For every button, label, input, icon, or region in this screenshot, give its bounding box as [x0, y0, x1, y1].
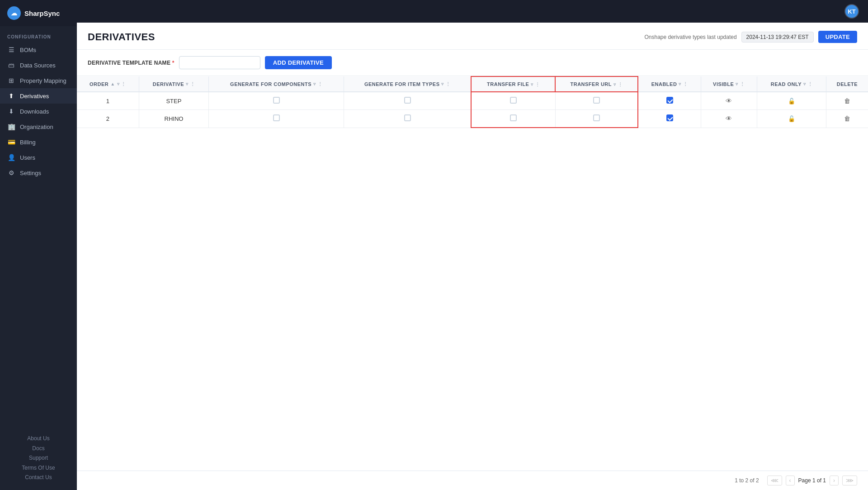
transfer-file-row0-checkbox[interactable] — [510, 97, 517, 104]
cell-visible: 👁 — [701, 92, 757, 110]
cell-derivative: STEP — [139, 92, 208, 110]
col-header-transfer-url: TRANSFER URL ▿ ⋮ — [555, 76, 638, 92]
sidebar-label-derivatives: Derivatives — [20, 93, 49, 100]
user-avatar[interactable]: KT — [844, 4, 859, 19]
transfer-file-menu-icon[interactable]: ⋮ — [535, 82, 540, 87]
enabled-row0-checkbox[interactable] — [666, 97, 673, 104]
billing-icon: 💳 — [7, 138, 15, 146]
contact-link[interactable]: Contact Us — [7, 473, 70, 483]
sidebar-item-billing[interactable]: 💳 Billing — [0, 134, 77, 150]
add-derivative-button[interactable]: ADD DERIVATIVE — [265, 56, 332, 69]
cell-transfer-url — [555, 92, 638, 110]
sidebar-header: ☁ SharpSync — [0, 0, 77, 26]
cell-delete: 🗑 — [826, 110, 868, 128]
sidebar-label-downloads: Downloads — [20, 108, 49, 115]
sidebar-item-data-sources[interactable]: 🗃 Data Sources — [0, 57, 77, 73]
sidebar-item-derivatives[interactable]: ⬆ Derivatives — [0, 88, 77, 104]
cell-derivative: RHINO — [139, 110, 208, 128]
sidebar-footer: About Us Docs Support Terms Of Use Conta… — [0, 427, 77, 490]
update-button[interactable]: UPDATE — [818, 31, 857, 43]
table-row: 2 RHINO 👁 🔓 🗑 — [77, 110, 868, 128]
gen-item-filter-icon[interactable]: ▿ — [441, 81, 444, 86]
gen-item-types-row1-checkbox[interactable] — [404, 114, 411, 121]
lock-icon[interactable]: 🔓 — [788, 115, 795, 122]
sidebar-label-organization: Organization — [20, 124, 53, 130]
col-header-enabled: ENABLED ▿ ⋮ — [638, 76, 701, 92]
readonly-menu-icon[interactable]: ⋮ — [808, 81, 813, 86]
col-header-read-only: READ ONLY ▿ ⋮ — [757, 76, 826, 92]
sidebar-item-boms[interactable]: ☰ BOMs — [0, 42, 77, 57]
col-header-transfer-file: TRANSFER FILE ▿ ⋮ — [471, 76, 555, 92]
support-link[interactable]: Support — [7, 453, 70, 463]
gen-item-menu-icon[interactable]: ⋮ — [446, 81, 451, 86]
app-name: SharpSync — [24, 10, 60, 17]
next-page-btn[interactable]: › — [830, 476, 839, 485]
derivative-menu-icon[interactable]: ⋮ — [190, 81, 195, 86]
sidebar-item-organization[interactable]: 🏢 Organization — [0, 119, 77, 134]
col-header-order: ORDER ▲ ▿ ⋮ — [77, 76, 139, 92]
cell-transfer-file — [471, 92, 555, 110]
eye-icon[interactable]: 👁 — [726, 115, 732, 122]
visible-menu-icon[interactable]: ⋮ — [740, 81, 745, 86]
sidebar-item-settings[interactable]: ⚙ Settings — [0, 165, 77, 181]
derivatives-table: ORDER ▲ ▿ ⋮ DERIVATIVE ▿ ⋮ — [77, 76, 868, 128]
transfer-file-row1-checkbox[interactable] — [510, 114, 517, 121]
transfer-url-filter-icon[interactable]: ▿ — [613, 82, 616, 87]
sidebar-item-users[interactable]: 👤 Users — [0, 150, 77, 165]
cell-delete: 🗑 — [826, 92, 868, 110]
col-header-generate-components: GENERATE FOR COMPONENTS ▿ ⋮ — [209, 76, 344, 92]
gen-components-row0-checkbox[interactable] — [273, 97, 280, 104]
visible-filter-icon[interactable]: ▿ — [736, 81, 738, 86]
cell-order: 2 — [77, 110, 139, 128]
sidebar-section-label: CONFIGURATION — [0, 26, 77, 42]
eye-icon[interactable]: 👁 — [726, 97, 732, 105]
downloads-icon: ⬇ — [7, 108, 15, 115]
sidebar-item-property-mapping[interactable]: ⊞ Property Mapping — [0, 73, 77, 88]
sidebar-label-data-sources: Data Sources — [20, 62, 56, 69]
table-header-row: ORDER ▲ ▿ ⋮ DERIVATIVE ▿ ⋮ — [77, 76, 868, 92]
col-header-generate-item-types: GENERATE FOR ITEM TYPES ▿ ⋮ — [344, 76, 472, 92]
lock-icon[interactable]: 🔓 — [788, 98, 795, 105]
terms-link[interactable]: Terms Of Use — [7, 463, 70, 473]
property-mapping-icon: ⊞ — [7, 77, 15, 84]
gen-components-row1-checkbox[interactable] — [273, 114, 280, 121]
transfer-url-row1-checkbox[interactable] — [593, 114, 600, 121]
cell-generate-item-types — [344, 92, 472, 110]
order-menu-icon[interactable]: ⋮ — [121, 81, 126, 86]
trash-icon[interactable]: 🗑 — [844, 115, 850, 122]
sidebar: ☁ SharpSync CONFIGURATION ☰ BOMs 🗃 Data … — [0, 0, 77, 490]
first-page-btn[interactable]: ⋘ — [767, 476, 782, 485]
readonly-filter-icon[interactable]: ▿ — [803, 81, 806, 86]
prev-page-btn[interactable]: ‹ — [786, 476, 795, 485]
gen-comp-filter-icon[interactable]: ▿ — [313, 81, 316, 86]
transfer-url-row0-checkbox[interactable] — [593, 97, 600, 104]
about-link[interactable]: About Us — [7, 434, 70, 444]
last-updated-value: 2024-11-13 19:29:47 EST — [741, 32, 814, 43]
order-sort-icon[interactable]: ▲ — [110, 81, 115, 86]
trash-icon[interactable]: 🗑 — [844, 97, 850, 105]
page-header: DERIVATIVES Onshape derivative types las… — [77, 23, 868, 50]
header-right: Onshape derivative types last updated 20… — [644, 31, 857, 43]
enabled-row1-checkbox[interactable] — [666, 114, 673, 121]
template-name-input[interactable] — [179, 56, 260, 69]
enabled-menu-icon[interactable]: ⋮ — [683, 81, 688, 86]
enabled-filter-icon[interactable]: ▿ — [679, 81, 681, 86]
required-star: * — [172, 60, 175, 66]
last-page-btn[interactable]: ⋙ — [842, 476, 857, 485]
cell-transfer-url — [555, 110, 638, 128]
cell-read-only: 🔓 — [757, 110, 826, 128]
docs-link[interactable]: Docs — [7, 444, 70, 454]
settings-icon: ⚙ — [7, 169, 15, 176]
transfer-file-filter-icon[interactable]: ▿ — [531, 82, 533, 87]
transfer-url-menu-icon[interactable]: ⋮ — [618, 82, 623, 87]
order-filter-icon[interactable]: ▿ — [117, 81, 120, 86]
col-header-visible: VISIBLE ▿ ⋮ — [701, 76, 757, 92]
gen-item-types-row0-checkbox[interactable] — [404, 97, 411, 104]
cell-enabled — [638, 92, 701, 110]
template-label: DERIVATIVE TEMPLATE NAME * — [88, 60, 175, 66]
topbar: KT — [77, 0, 868, 23]
table-body: 1 STEP 👁 🔓 🗑 2 RHINO 👁 🔓 🗑 — [77, 92, 868, 128]
sidebar-item-downloads[interactable]: ⬇ Downloads — [0, 104, 77, 119]
derivative-filter-icon[interactable]: ▿ — [186, 81, 189, 86]
gen-comp-menu-icon[interactable]: ⋮ — [318, 81, 323, 86]
